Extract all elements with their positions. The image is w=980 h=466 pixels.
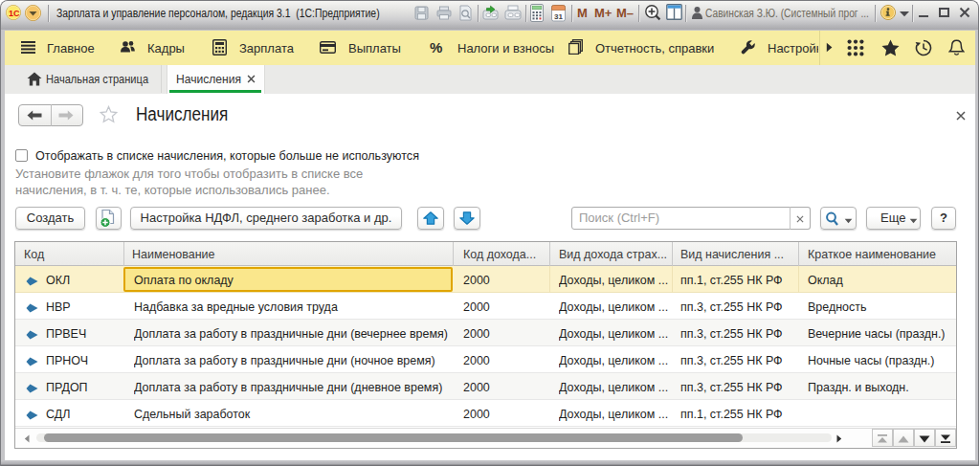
- svg-text:31: 31: [554, 12, 563, 21]
- svg-text:1С: 1С: [9, 9, 20, 18]
